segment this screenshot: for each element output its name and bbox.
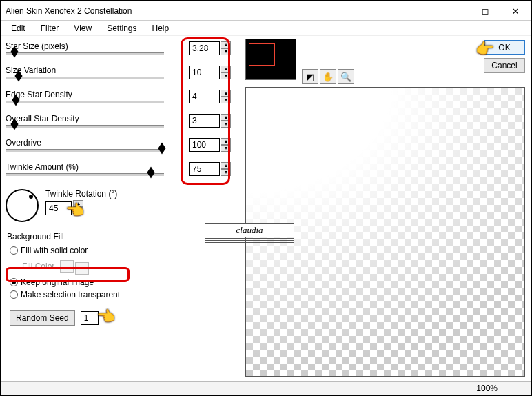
- zoom-icon[interactable]: 🔍: [338, 69, 354, 84]
- menu-view[interactable]: View: [67, 22, 99, 34]
- navigator-frame[interactable]: [249, 43, 275, 66]
- spin-down[interactable]: ▾: [221, 121, 231, 128]
- param-input[interactable]: [189, 114, 220, 128]
- radio-fill-solid[interactable]: Fill with solid color: [6, 244, 238, 257]
- spin-up[interactable]: ▴: [221, 138, 231, 145]
- title-bar: Alien Skin Xenofex 2 Constellation — □ ✕: [1, 1, 531, 21]
- background-fill-title: Background Fill: [6, 229, 238, 244]
- param-input[interactable]: [189, 90, 220, 103]
- twinkle-rotation-dial[interactable]: [6, 189, 39, 222]
- toggle-preview-icon[interactable]: ◩: [302, 69, 318, 84]
- menu-edit[interactable]: Edit: [4, 22, 32, 34]
- param-label: Size Variation: [6, 66, 56, 75]
- spin-up[interactable]: ▴: [221, 162, 231, 169]
- fill-color-swatch-2[interactable]: [75, 262, 89, 275]
- twinkle-rotation-input[interactable]: [45, 201, 72, 215]
- radio-icon: [10, 290, 18, 299]
- param-slider[interactable]: [6, 52, 164, 55]
- twinkle-rotation-label: Twinkle Rotation (°): [45, 189, 117, 199]
- spin-up[interactable]: ▴: [221, 41, 231, 48]
- menu-help[interactable]: Help: [145, 22, 176, 34]
- random-seed-button[interactable]: Random Seed: [10, 310, 75, 326]
- pan-hand-icon[interactable]: ✋: [320, 69, 336, 84]
- ok-button[interactable]: OK: [484, 40, 525, 55]
- status-bar: 100%: [1, 381, 531, 395]
- param-row: Twinkle Amount (%)▴▾: [6, 161, 238, 185]
- close-button[interactable]: ✕: [500, 1, 531, 21]
- param-row: Overall Star Density▴▾: [6, 112, 238, 137]
- navigator-thumb[interactable]: [245, 39, 296, 80]
- watermark: claudia: [205, 218, 294, 243]
- param-slider[interactable]: [6, 77, 164, 79]
- radio-icon: [10, 246, 18, 255]
- cancel-button[interactable]: Cancel: [484, 58, 525, 73]
- spin-down[interactable]: ▾: [221, 97, 231, 103]
- param-label: Overdrive: [6, 138, 41, 148]
- param-label: Twinkle Amount (%): [6, 162, 79, 172]
- param-slider[interactable]: [6, 101, 164, 103]
- twinkle-spin-down[interactable]: ▾: [73, 207, 83, 214]
- window-title: Alien Skin Xenofex 2 Constellation: [6, 6, 440, 16]
- param-row: Overdrive▴▾: [6, 137, 238, 161]
- param-thumb[interactable]: [147, 166, 154, 178]
- radio-icon: [10, 278, 18, 286]
- param-input[interactable]: [189, 138, 220, 152]
- param-slider[interactable]: [6, 149, 164, 152]
- spin-up[interactable]: ▴: [221, 90, 231, 97]
- radio-make-transparent[interactable]: Make selection transparent: [6, 288, 238, 301]
- spin-up[interactable]: ▴: [221, 114, 231, 121]
- param-input[interactable]: [189, 66, 220, 79]
- menu-bar: Edit Filter View Settings Help: [1, 21, 531, 36]
- maximize-button[interactable]: □: [470, 1, 500, 21]
- spin-down[interactable]: ▾: [221, 72, 231, 79]
- radio-keep-original[interactable]: Keep original image: [6, 276, 238, 288]
- spin-down[interactable]: ▾: [221, 48, 231, 55]
- param-slider[interactable]: [6, 173, 164, 176]
- param-thumb[interactable]: [158, 142, 165, 154]
- random-seed-input[interactable]: [81, 311, 99, 325]
- preview-toolbar: ◩ ✋ 🔍: [302, 69, 354, 84]
- pointer-icon: 👈: [96, 308, 115, 326]
- zoom-level: 100%: [476, 384, 498, 393]
- controls-panel: Star Size (pixels)▴▾Size Variation▴▾Edge…: [1, 37, 243, 379]
- menu-filter[interactable]: Filter: [34, 22, 66, 34]
- param-input[interactable]: [189, 162, 220, 176]
- param-row: Edge Star Density▴▾: [6, 88, 238, 112]
- param-row: Size Variation▴▾: [6, 64, 238, 88]
- minimize-button[interactable]: —: [440, 1, 470, 21]
- param-row: Star Size (pixels)▴▾: [6, 40, 238, 64]
- menu-settings[interactable]: Settings: [100, 22, 143, 34]
- param-slider[interactable]: [6, 125, 164, 128]
- spin-up[interactable]: ▴: [221, 66, 231, 72]
- fill-color-swatch[interactable]: [60, 260, 74, 273]
- spin-down[interactable]: ▾: [221, 145, 231, 152]
- twinkle-spin-up[interactable]: ▴: [73, 200, 83, 207]
- spin-down[interactable]: ▾: [221, 169, 231, 176]
- fill-color-row: Fill Color: [6, 257, 238, 276]
- preview-panel: ◩ ✋ 🔍 👈 OK Cancel claudia: [243, 37, 531, 379]
- param-input[interactable]: [189, 41, 220, 55]
